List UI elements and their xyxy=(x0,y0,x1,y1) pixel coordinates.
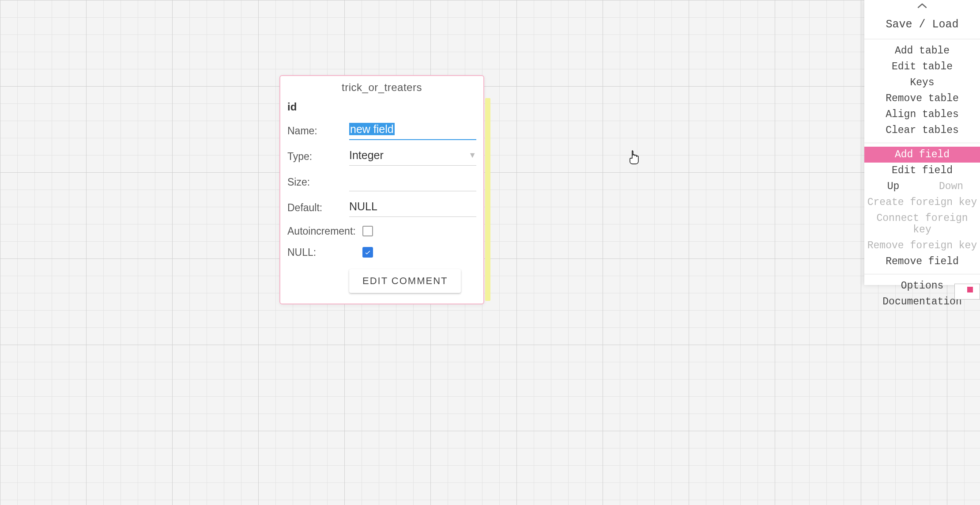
sidebar-item-edit-field[interactable]: Edit field xyxy=(864,163,980,178)
form-row-default: Default: xyxy=(287,195,476,220)
sidebar-item-connect-foreign-key[interactable]: Connect foreign key xyxy=(864,210,980,238)
table-body: id Name: new field Type: Integer ▼ Size: xyxy=(280,98,483,304)
type-select[interactable]: Integer ▼ xyxy=(349,147,476,166)
sidebar-item-add-table[interactable]: Add table xyxy=(864,43,980,59)
sidebar-item-align-tables[interactable]: Align tables xyxy=(864,106,980,122)
sidebar-item-remove-table[interactable]: Remove table xyxy=(864,91,980,106)
form-row-type: Type: Integer ▼ xyxy=(287,144,476,169)
null-checkbox[interactable] xyxy=(362,247,373,258)
label-null: NULL: xyxy=(287,247,362,258)
sidebar-item-edit-table[interactable]: Edit table xyxy=(864,59,980,75)
label-autoincrement: Autoincrement: xyxy=(287,225,362,237)
table-card[interactable]: trick_or_treaters id Name: new field Typ… xyxy=(279,75,484,304)
sidebar-item-remove-foreign-key[interactable]: Remove foreign key xyxy=(864,238,980,254)
form-row-null: NULL: xyxy=(287,242,476,263)
table-title: trick_or_treaters xyxy=(280,76,483,98)
name-input[interactable]: new field xyxy=(349,122,476,140)
label-size: Size: xyxy=(287,176,349,188)
sidebar-item-save-load[interactable]: Save / Load xyxy=(864,15,980,34)
size-input[interactable] xyxy=(349,173,476,191)
label-name: Name: xyxy=(287,125,349,137)
label-default: Default: xyxy=(287,202,349,214)
selection-highlight xyxy=(485,98,490,301)
sidebar-item-remove-field[interactable]: Remove field xyxy=(864,254,980,270)
minimap-table-marker xyxy=(967,287,973,292)
form-row-autoincrement: Autoincrement: xyxy=(287,220,476,242)
sidebar: Save / Load Add table Edit table Keys Re… xyxy=(864,0,980,285)
existing-field-id[interactable]: id xyxy=(287,98,476,118)
collapse-sidebar-button[interactable] xyxy=(864,0,980,11)
sidebar-item-down[interactable]: Down xyxy=(922,178,980,194)
sidebar-item-keys[interactable]: Keys xyxy=(864,75,980,91)
sidebar-item-add-field[interactable]: Add field xyxy=(864,147,980,163)
autoincrement-checkbox[interactable] xyxy=(362,226,373,236)
label-type: Type: xyxy=(287,151,349,163)
default-input[interactable] xyxy=(349,198,476,217)
name-input-selected-text: new field xyxy=(349,123,395,135)
sidebar-item-up[interactable]: Up xyxy=(864,178,922,194)
edit-comment-button[interactable]: EDIT COMMENT xyxy=(349,269,461,293)
chevron-up-icon xyxy=(917,3,927,9)
sidebar-item-create-foreign-key[interactable]: Create foreign key xyxy=(864,194,980,210)
type-select-value: Integer xyxy=(349,149,384,162)
form-row-name: Name: new field xyxy=(287,118,476,144)
sidebar-item-clear-tables[interactable]: Clear tables xyxy=(864,122,980,138)
minimap[interactable] xyxy=(954,284,980,300)
check-icon xyxy=(364,249,371,256)
chevron-down-icon: ▼ xyxy=(468,151,476,160)
form-row-size: Size: xyxy=(287,169,476,195)
